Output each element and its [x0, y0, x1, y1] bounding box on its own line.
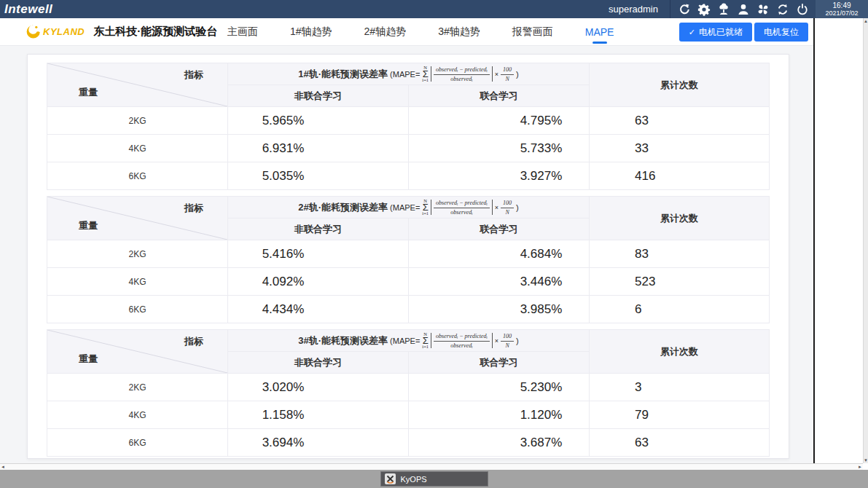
- non-federated-value-cell: 6.931%: [228, 135, 409, 162]
- non-federated-value-cell: 4.434%: [228, 296, 409, 323]
- page-title: 东土科技·能源预测试验台: [93, 25, 217, 39]
- federated-value-cell: 3.927%: [409, 162, 590, 190]
- count-cell: 6: [590, 296, 770, 323]
- table-title: 2#轨·能耗预测误差率: [298, 201, 388, 214]
- count-cell: 83: [590, 240, 770, 268]
- weight-label: 重量: [79, 353, 98, 366]
- username-label: superadmin: [609, 4, 658, 15]
- scroll-right-icon[interactable]: ►: [857, 464, 863, 470]
- mape-formula: (MAPE= N Σ i=1 observedᵢ − predictedᵢ ob…: [390, 66, 519, 82]
- federated-value-cell: 3.687%: [409, 429, 590, 457]
- federated-value-cell: 3.985%: [409, 296, 590, 323]
- table-title: 3#轨·能耗预测误差率: [298, 334, 388, 347]
- time-label: 16:49: [832, 1, 851, 9]
- count-cell: 79: [590, 401, 770, 429]
- non-federated-value-cell: 5.035%: [228, 162, 409, 190]
- weight-cell: 4KG: [47, 135, 228, 162]
- nav-item-main[interactable]: 主画面: [226, 18, 259, 46]
- gear-icon[interactable]: [697, 2, 711, 16]
- count-header: 累计次数: [590, 63, 770, 107]
- weight-label: 重量: [79, 86, 98, 99]
- weight-label: 重量: [79, 219, 98, 232]
- mape-formula: (MAPE= N Σ i=1 observedᵢ − predictedᵢ ob…: [390, 332, 519, 349]
- table-row: 6KG 3.694% 3.687% 63: [47, 429, 770, 457]
- mape-table-rail-2: 指标 重量 2#轨·能耗预测误差率 (MAPE= N Σ i=1: [47, 196, 770, 323]
- nav-item-alarm[interactable]: 报警画面: [511, 18, 555, 46]
- os-taskbar: KyOPS: [0, 470, 868, 488]
- federated-value-cell: 5.733%: [409, 135, 590, 162]
- federated-header: 联合学习: [409, 219, 590, 240]
- scroll-up-icon[interactable]: ▲: [863, 18, 868, 24]
- count-cell: 63: [590, 429, 770, 457]
- table-row: 2KG 5.416% 4.684% 83: [47, 240, 770, 268]
- federated-value-cell: 1.120%: [409, 401, 590, 429]
- tables-container: 指标 重量 1#轨·能耗预测误差率 (MAPE= N Σ i=1: [47, 63, 770, 457]
- check-icon: ✓: [689, 28, 695, 37]
- apps-icon[interactable]: [756, 2, 770, 16]
- table-title-cell: 2#轨·能耗预测误差率 (MAPE= N Σ i=1 observedᵢ − p…: [228, 197, 590, 219]
- kyland-wordmark: KYLAND: [43, 26, 85, 37]
- non-federated-value-cell: 1.158%: [228, 401, 409, 429]
- weight-cell: 2KG: [47, 374, 228, 401]
- count-cell: 63: [590, 107, 770, 135]
- non-federated-value-cell: 4.092%: [228, 268, 409, 296]
- table-row: 4KG 6.931% 5.733% 33: [47, 135, 770, 162]
- federated-value-cell: 4.684%: [409, 240, 590, 268]
- nav-item-axis3-trend[interactable]: 3#轴趋势: [437, 18, 482, 46]
- scroll-down-icon[interactable]: ▼: [863, 457, 868, 463]
- nav-item-axis1-trend[interactable]: 1#轴趋势: [289, 18, 334, 46]
- count-cell: 523: [590, 268, 770, 296]
- non-federated-value-cell: 3.694%: [228, 429, 409, 457]
- table-row: 4KG 4.092% 3.446% 523: [47, 268, 770, 296]
- mape-formula: (MAPE= N Σ i=1 observedᵢ − predictedᵢ ob…: [390, 199, 519, 216]
- table-row: 6KG 5.035% 3.927% 416: [47, 162, 770, 190]
- weight-indicator-header: 指标 重量: [47, 330, 228, 374]
- sync-icon[interactable]: [775, 2, 789, 16]
- nav-item-axis2-trend[interactable]: 2#轴趋势: [363, 18, 408, 46]
- date-label: 2021/07/02: [825, 9, 858, 17]
- table-title: 1#轨·能耗预测误差率: [298, 68, 388, 81]
- count-header: 累计次数: [590, 197, 770, 240]
- table-row: 4KG 1.158% 1.120% 79: [47, 401, 770, 429]
- scroll-left-icon[interactable]: ◄: [0, 464, 6, 470]
- user-icon[interactable]: [736, 2, 750, 16]
- indicator-label: 指标: [184, 335, 203, 348]
- taskbar-app-kyops[interactable]: KyOPS: [380, 471, 488, 487]
- mape-tables-card: 指标 重量 1#轨·能耗预测误差率 (MAPE= N Σ i=1: [27, 54, 789, 459]
- table-row: 2KG 5.965% 4.795% 63: [47, 107, 770, 135]
- table-row: 2KG 3.020% 5.230% 3: [47, 374, 770, 401]
- weight-indicator-header: 指标 重量: [47, 197, 228, 240]
- table-title-cell: 3#轨·能耗预测误差率 (MAPE= N Σ i=1 observedᵢ − p…: [228, 330, 590, 352]
- count-cell: 33: [590, 135, 770, 162]
- kyops-icon: [385, 473, 396, 484]
- right-margin: [815, 18, 863, 463]
- main-content: 指标 重量 1#轨·能耗预测误差率 (MAPE= N Σ i=1: [0, 46, 813, 463]
- weight-cell: 2KG: [47, 107, 228, 135]
- taskbar-app-label: KyOPS: [401, 475, 427, 484]
- motor-reset-button[interactable]: 电机复位: [754, 23, 808, 42]
- power-icon[interactable]: [795, 2, 809, 16]
- frame-border: [813, 18, 815, 463]
- nav-menu: 主画面 1#轴趋势 2#轴趋势 3#轴趋势 报警画面 MAPE: [226, 18, 615, 46]
- non-federated-header: 非联合学习: [228, 352, 409, 374]
- mape-table-rail-1: 指标 重量 1#轨·能耗预测误差率 (MAPE= N Σ i=1: [47, 63, 770, 190]
- count-header: 累计次数: [590, 330, 770, 374]
- motor-ready-label: 电机已就绪: [699, 26, 743, 39]
- weight-indicator-header: 指标 重量: [47, 63, 228, 107]
- federated-header: 联合学习: [409, 352, 590, 374]
- federated-value-cell: 3.446%: [409, 268, 590, 296]
- motor-ready-button[interactable]: ✓ 电机已就绪: [679, 23, 752, 42]
- weight-cell: 4KG: [47, 268, 228, 296]
- circular-arrow-icon[interactable]: [677, 2, 691, 16]
- non-federated-value-cell: 5.416%: [228, 240, 409, 268]
- weight-cell: 6KG: [47, 162, 228, 190]
- table-row: 6KG 4.434% 3.985% 6: [47, 296, 770, 323]
- vertical-scrollbar[interactable]: ▲ ▼: [863, 18, 868, 463]
- topology-icon[interactable]: [716, 2, 730, 16]
- motor-reset-label: 电机复位: [764, 26, 799, 39]
- federated-value-cell: 5.230%: [409, 374, 590, 401]
- count-cell: 3: [590, 374, 770, 401]
- nav-item-mape[interactable]: MAPE: [584, 18, 616, 46]
- non-federated-value-cell: 5.965%: [228, 107, 409, 135]
- horizontal-scrollbar[interactable]: ◄ ►: [0, 463, 863, 470]
